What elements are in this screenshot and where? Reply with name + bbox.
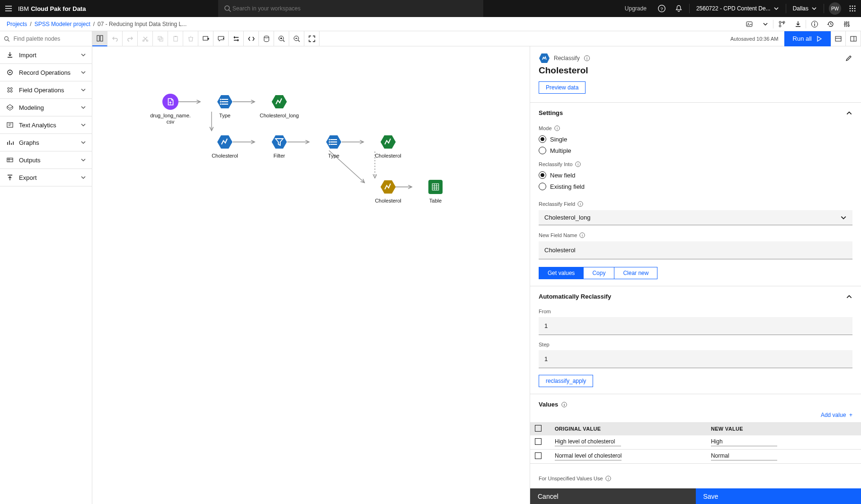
get-values-button[interactable]: Get values <box>539 267 584 279</box>
zoom-out-button[interactable] <box>289 31 304 46</box>
zoom-in-button[interactable] <box>274 31 289 46</box>
canvas[interactable]: drug_long_name.csvTypeCholesterol_longCh… <box>92 46 530 504</box>
into-new[interactable]: New field <box>539 171 852 179</box>
info-button[interactable] <box>806 18 822 31</box>
palette-item-export[interactable]: Export <box>0 169 92 186</box>
info-icon[interactable]: i <box>575 161 581 168</box>
comment-button[interactable] <box>213 31 229 46</box>
newname-input[interactable]: Cholesterol <box>539 241 852 259</box>
palette-item-import[interactable]: Import <box>0 46 92 64</box>
mode-single[interactable]: Single <box>539 135 852 143</box>
delete-button[interactable] <box>183 31 198 46</box>
info-icon[interactable]: i <box>577 201 584 207</box>
palette-item-modeling[interactable]: Modeling <box>0 99 92 116</box>
mode-multiple[interactable]: Multiple <box>539 147 852 154</box>
history-button[interactable] <box>822 18 838 31</box>
from-input[interactable]: 1 <box>539 317 852 335</box>
arrange-button[interactable] <box>229 31 244 46</box>
chevron-down-icon <box>80 157 86 163</box>
download-button[interactable] <box>790 18 806 31</box>
info-icon[interactable]: i <box>579 232 586 239</box>
add-value-link[interactable]: Add value + <box>821 412 852 418</box>
svg-rect-30 <box>175 36 177 37</box>
svg-point-40 <box>10 88 12 89</box>
run-all-label: Run all <box>793 35 812 42</box>
node-n4[interactable]: Cholesterol <box>204 134 246 159</box>
info-icon[interactable] <box>584 55 590 62</box>
palette-item-label: Export <box>19 174 37 181</box>
node-n2[interactable]: Type <box>204 94 246 119</box>
checkbox-all[interactable] <box>535 425 541 432</box>
info-icon[interactable]: i <box>554 125 560 132</box>
crumb-projects[interactable]: Projects <box>7 21 27 27</box>
avatar[interactable]: PW <box>829 2 841 15</box>
preview-data-button[interactable]: Preview data <box>539 81 586 94</box>
palette-search-input[interactable] <box>13 35 88 43</box>
paste-button[interactable] <box>168 31 183 46</box>
region-switcher[interactable]: Dallas <box>788 5 822 12</box>
global-search-input[interactable] <box>231 5 478 12</box>
edit-title-button[interactable] <box>845 54 852 62</box>
row-checkbox[interactable] <box>535 452 541 459</box>
account-switcher[interactable]: 2560722 - CPD Content De... <box>692 5 784 12</box>
cancel-button[interactable]: Cancel <box>530 488 696 504</box>
clear-new-button[interactable]: Clear new <box>614 267 657 279</box>
palette-search[interactable] <box>0 31 92 46</box>
node-n8[interactable]: Cholesterol <box>367 179 409 204</box>
redo-button[interactable] <box>123 31 138 46</box>
node-n5[interactable]: Filter <box>258 134 301 159</box>
auto-toggle[interactable]: Automatically Reclassify <box>539 293 852 300</box>
code-button[interactable] <box>244 31 259 46</box>
node-n9[interactable]: Table <box>414 179 457 204</box>
step-input[interactable]: 1 <box>539 350 852 368</box>
menu-button[interactable] <box>0 0 17 17</box>
palette-item-graphs[interactable]: Graphs <box>0 134 92 151</box>
th-original: ORIGINAL VALUE <box>550 422 706 435</box>
global-search[interactable] <box>218 0 483 17</box>
info-icon[interactable]: i <box>605 475 612 482</box>
cut-button[interactable] <box>138 31 153 46</box>
svg-point-64 <box>329 144 330 145</box>
palette-item-record-operations[interactable]: Record Operations <box>0 64 92 81</box>
new-value[interactable]: High <box>711 438 777 446</box>
node-n7[interactable]: Cholesterol <box>367 134 409 159</box>
node-n1[interactable]: drug_long_name.csv <box>149 94 192 125</box>
run-all-button[interactable]: Run all <box>784 31 831 46</box>
reclassify-field-select[interactable]: Cholesterol_long <box>539 210 852 225</box>
settings-toggle[interactable]: Settings <box>539 109 852 116</box>
branch-button[interactable] <box>773 18 790 31</box>
node-n3[interactable]: Cholesterol_long <box>258 94 301 119</box>
undo-button[interactable] <box>107 31 123 46</box>
original-value[interactable]: Normal level of cholesterol <box>555 452 621 460</box>
palette-item-outputs[interactable]: Outputs <box>0 151 92 169</box>
copy-button[interactable] <box>153 31 168 46</box>
row-checkbox[interactable] <box>535 438 541 445</box>
header-chevron[interactable] <box>757 18 773 31</box>
upgrade-link[interactable]: Upgrade <box>618 5 653 12</box>
original-value[interactable]: High level of cholesterol <box>555 438 621 446</box>
palette-item-text-analytics[interactable]: Text Analytics <box>0 116 92 134</box>
new-value[interactable]: Normal <box>711 452 777 460</box>
asset-preview-button[interactable] <box>741 18 757 31</box>
reclassify-apply-button[interactable]: reclassify_apply <box>539 375 593 387</box>
crumb-project[interactable]: SPSS Modeler project <box>35 21 90 27</box>
zoom-fit-button[interactable] <box>304 31 320 46</box>
node-n6[interactable]: Type <box>312 134 355 159</box>
data-assets-button[interactable] <box>259 31 274 46</box>
notifications-button[interactable] <box>670 0 687 17</box>
palette-item-field-operations[interactable]: Field Operations <box>0 81 92 99</box>
into-existing[interactable]: Existing field <box>539 183 852 190</box>
toggle-palette[interactable] <box>92 31 107 46</box>
settings-button[interactable] <box>838 18 854 31</box>
annotate-button[interactable] <box>198 31 213 46</box>
panel-icon <box>834 35 842 43</box>
view-outputs-button[interactable] <box>831 31 846 46</box>
chevron-down-icon <box>80 87 86 93</box>
app-switcher[interactable] <box>844 0 861 17</box>
save-button[interactable]: Save <box>696 488 861 504</box>
open-panel-button[interactable] <box>846 31 861 46</box>
info-icon[interactable]: i <box>561 401 568 408</box>
help-button[interactable]: ? <box>653 0 670 17</box>
copy-button[interactable]: Copy <box>584 267 614 279</box>
trash-icon <box>187 35 195 43</box>
